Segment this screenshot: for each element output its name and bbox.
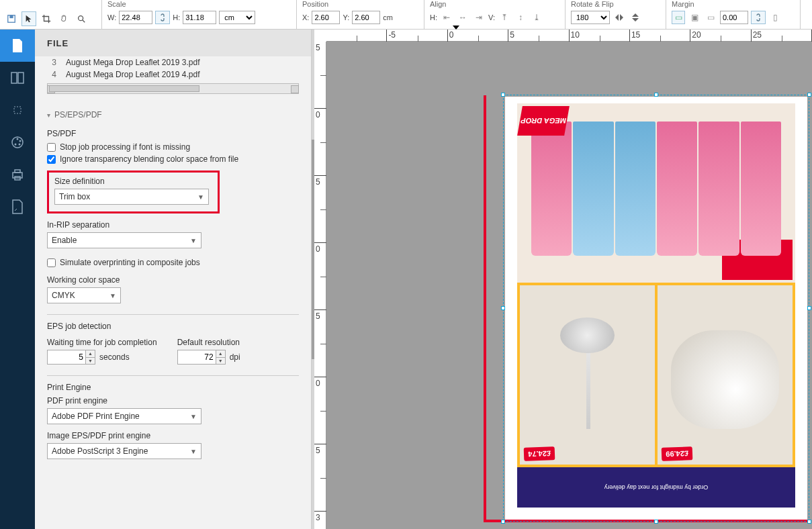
canvas-area: -50510152025 50505053 Order by midnight … — [312, 30, 812, 529]
rail-print-icon[interactable] — [0, 158, 35, 191]
file-list: 3August Mega Drop Leaflet 2019 3.pdf 4Au… — [47, 56, 299, 94]
pdf-pe-select[interactable]: Adobe PDF Print Engine▼ — [47, 408, 201, 424]
ignore-trans-check[interactable]: Ignore transparency blending color space… — [47, 153, 299, 165]
inrip-select[interactable]: Enable▼ — [47, 232, 201, 248]
svg-rect-1 — [9, 15, 13, 18]
h-label: H: — [173, 13, 180, 21]
stop-font-check[interactable]: Stop job processing if font is missing — [47, 141, 299, 153]
save-icon[interactable] — [4, 11, 19, 26]
artwork-preview: Order by midnight for next day delivery … — [517, 103, 795, 508]
wait-label: Waiting time for job completion — [47, 338, 157, 347]
pasteboard[interactable]: Order by midnight for next day delivery … — [326, 42, 812, 529]
margin-on-icon[interactable]: ▣ — [688, 11, 701, 24]
svg-rect-13 — [15, 170, 20, 173]
link-wh-icon[interactable] — [155, 11, 170, 24]
left-rail — [0, 30, 35, 529]
x-label: X: — [302, 13, 309, 21]
scale-h-input[interactable] — [183, 11, 216, 24]
defres-label: Default resolution — [177, 338, 240, 347]
svg-rect-4 — [11, 73, 17, 83]
svg-line-3 — [83, 20, 85, 23]
y-label: Y: — [343, 13, 349, 21]
w-label: W: — [107, 13, 116, 21]
scale-unit-select[interactable]: cm — [219, 11, 255, 24]
hand-icon[interactable] — [56, 11, 71, 26]
margin-link-icon[interactable] — [751, 11, 766, 24]
scale-w-input[interactable] — [119, 11, 152, 24]
svg-point-2 — [79, 16, 83, 21]
ruler-vertical: 50505053 — [314, 42, 326, 529]
defres-input[interactable]: ▲▼ — [177, 350, 226, 365]
pspdf-label: PS/PDF — [47, 129, 299, 138]
margin-h-icon[interactable]: ▭ — [704, 11, 717, 24]
chevron-down-icon: ▼ — [190, 237, 197, 244]
page-preview[interactable]: Order by midnight for next day delivery … — [505, 97, 807, 520]
rail-notes-icon[interactable] — [0, 191, 35, 223]
eps-pe-select[interactable]: Adobe PostScript 3 Engine▼ — [47, 443, 201, 459]
defres-unit: dpi — [230, 352, 240, 362]
pos-x-input[interactable] — [312, 11, 340, 24]
size-def-select[interactable]: Trim box▼ — [54, 189, 209, 205]
eps-pe-label: Image EPS/PDF print engine — [47, 431, 299, 440]
wcs-select[interactable]: CMYK▼ — [47, 287, 121, 303]
select-icon[interactable] — [21, 11, 36, 26]
size-def-label: Size definition — [54, 177, 212, 186]
inrip-label: In-RIP separation — [47, 220, 299, 230]
margin-label: Margin — [672, 0, 795, 9]
tool-icons — [0, 0, 102, 29]
scale-label: Scale — [107, 0, 291, 9]
wait-unit: seconds — [99, 352, 130, 362]
rail-layout-icon[interactable] — [0, 62, 35, 94]
wait-input[interactable]: ▲▼ — [47, 350, 95, 365]
h-scrollbar[interactable] — [47, 83, 299, 94]
crop-icon[interactable] — [39, 11, 54, 26]
zoom-icon[interactable] — [74, 11, 89, 26]
side-panel: FILE 3August Mega Drop Leaflet 2019 3.pd… — [35, 30, 312, 529]
wcs-label: Working color space — [47, 275, 299, 285]
eps-hd: EPS job detection — [47, 322, 299, 331]
chevron-down-icon: ▼ — [190, 448, 197, 455]
chevron-down-icon: ▼ — [109, 292, 116, 299]
rail-clip-icon[interactable] — [0, 94, 35, 126]
svg-point-9 — [19, 140, 21, 142]
chevron-down-icon: ▼ — [197, 193, 204, 201]
svg-point-8 — [17, 138, 19, 140]
rail-color-icon[interactable] — [0, 126, 35, 158]
svg-rect-6 — [14, 107, 21, 113]
margin-off-icon[interactable]: ▭ — [672, 11, 685, 24]
margin-v-icon[interactable]: ▯ — [768, 11, 782, 24]
file-row[interactable]: 3August Mega Drop Leaflet 2019 3.pdf — [47, 56, 299, 68]
svg-rect-5 — [18, 73, 24, 83]
section-header[interactable]: ▾PS/EPS/PDF — [47, 106, 299, 124]
svg-point-10 — [19, 144, 21, 146]
simulate-over-check[interactable]: Simulate overprinting in composite jobs — [47, 256, 299, 269]
panel-title: FILE — [35, 30, 311, 56]
size-def-highlight: Size definition Trim box▼ — [47, 171, 220, 213]
margin-value-input[interactable] — [720, 11, 748, 24]
chevron-down-icon: ▼ — [190, 413, 197, 420]
svg-point-11 — [15, 144, 17, 146]
chevron-down-icon: ▾ — [47, 111, 50, 119]
pe-hd: Print Engine — [47, 383, 299, 392]
pdf-pe-label: PDF print engine — [47, 396, 299, 405]
svg-rect-12 — [13, 173, 22, 178]
file-row[interactable]: 4August Mega Drop Leaflet 2019 4.pdf — [47, 68, 299, 81]
rail-file-icon[interactable] — [0, 30, 35, 62]
